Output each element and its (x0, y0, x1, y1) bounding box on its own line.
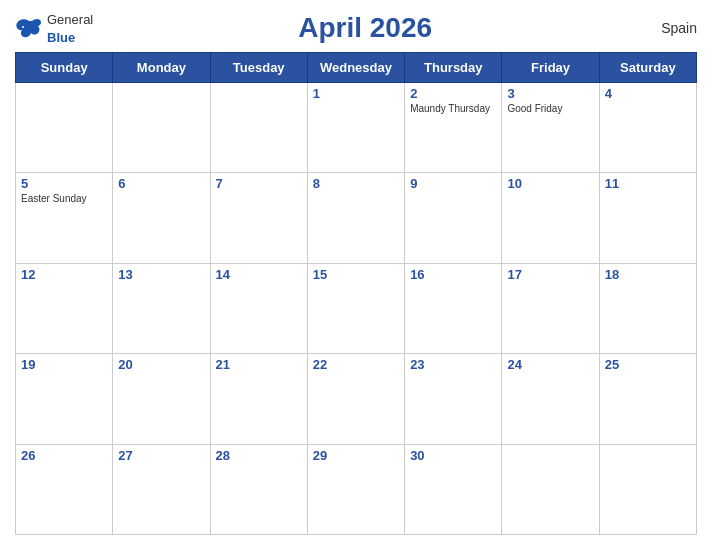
logo-blue: Blue (47, 30, 75, 45)
day-number: 7 (216, 176, 302, 191)
weekday-header-saturday: Saturday (599, 53, 696, 83)
day-number: 13 (118, 267, 204, 282)
day-number: 12 (21, 267, 107, 282)
weekday-header-thursday: Thursday (405, 53, 502, 83)
day-number: 21 (216, 357, 302, 372)
day-number: 5 (21, 176, 107, 191)
svg-point-0 (22, 26, 24, 28)
calendar-cell: 7 (210, 173, 307, 263)
calendar-cell: 21 (210, 354, 307, 444)
week-row-2: 5Easter Sunday67891011 (16, 173, 697, 263)
logo: General Blue (15, 10, 93, 46)
day-number: 16 (410, 267, 496, 282)
calendar-cell: 4 (599, 83, 696, 173)
calendar-cell: 13 (113, 263, 210, 353)
calendar-cell (599, 444, 696, 534)
calendar-cell: 16 (405, 263, 502, 353)
day-number: 29 (313, 448, 399, 463)
calendar-cell (16, 83, 113, 173)
week-row-3: 12131415161718 (16, 263, 697, 353)
country-label: Spain (637, 20, 697, 36)
calendar-table: SundayMondayTuesdayWednesdayThursdayFrid… (15, 52, 697, 535)
calendar-cell: 6 (113, 173, 210, 263)
calendar-cell: 17 (502, 263, 599, 353)
calendar-cell: 22 (307, 354, 404, 444)
day-number: 17 (507, 267, 593, 282)
logo-bird-icon (15, 17, 43, 39)
logo-text: General Blue (47, 10, 93, 46)
calendar-cell: 2Maundy Thursday (405, 83, 502, 173)
day-number: 30 (410, 448, 496, 463)
calendar-cell (113, 83, 210, 173)
calendar-cell: 9 (405, 173, 502, 263)
holiday-label: Good Friday (507, 103, 593, 114)
calendar-cell: 18 (599, 263, 696, 353)
calendar-cell: 3Good Friday (502, 83, 599, 173)
week-row-5: 2627282930 (16, 444, 697, 534)
weekday-header-wednesday: Wednesday (307, 53, 404, 83)
day-number: 27 (118, 448, 204, 463)
calendar-header: General Blue April 2026 Spain (15, 10, 697, 46)
calendar-cell: 27 (113, 444, 210, 534)
calendar-cell: 15 (307, 263, 404, 353)
day-number: 10 (507, 176, 593, 191)
day-number: 2 (410, 86, 496, 101)
weekday-header-monday: Monday (113, 53, 210, 83)
day-number: 6 (118, 176, 204, 191)
holiday-label: Easter Sunday (21, 193, 107, 204)
day-number: 3 (507, 86, 593, 101)
calendar-cell: 23 (405, 354, 502, 444)
calendar-title: April 2026 (93, 12, 637, 44)
weekday-header-friday: Friday (502, 53, 599, 83)
calendar-cell: 1 (307, 83, 404, 173)
week-row-4: 19202122232425 (16, 354, 697, 444)
day-number: 8 (313, 176, 399, 191)
calendar-cell: 30 (405, 444, 502, 534)
calendar-cell: 11 (599, 173, 696, 263)
day-number: 25 (605, 357, 691, 372)
calendar-cell: 28 (210, 444, 307, 534)
calendar-cell: 26 (16, 444, 113, 534)
day-number: 18 (605, 267, 691, 282)
calendar-cell: 12 (16, 263, 113, 353)
day-number: 20 (118, 357, 204, 372)
calendar-cell: 24 (502, 354, 599, 444)
calendar-cell: 8 (307, 173, 404, 263)
calendar-cell: 25 (599, 354, 696, 444)
calendar-cell: 10 (502, 173, 599, 263)
calendar-cell: 20 (113, 354, 210, 444)
day-number: 26 (21, 448, 107, 463)
day-number: 24 (507, 357, 593, 372)
day-number: 22 (313, 357, 399, 372)
calendar-cell: 14 (210, 263, 307, 353)
calendar-cell: 5Easter Sunday (16, 173, 113, 263)
logo-general: General (47, 12, 93, 27)
calendar-cell: 29 (307, 444, 404, 534)
holiday-label: Maundy Thursday (410, 103, 496, 114)
day-number: 4 (605, 86, 691, 101)
day-number: 15 (313, 267, 399, 282)
calendar-cell (210, 83, 307, 173)
day-number: 28 (216, 448, 302, 463)
weekday-header-sunday: Sunday (16, 53, 113, 83)
day-number: 23 (410, 357, 496, 372)
weekday-header-row: SundayMondayTuesdayWednesdayThursdayFrid… (16, 53, 697, 83)
week-row-1: 12Maundy Thursday3Good Friday4 (16, 83, 697, 173)
day-number: 19 (21, 357, 107, 372)
weekday-header-tuesday: Tuesday (210, 53, 307, 83)
day-number: 14 (216, 267, 302, 282)
day-number: 1 (313, 86, 399, 101)
day-number: 11 (605, 176, 691, 191)
calendar-cell (502, 444, 599, 534)
day-number: 9 (410, 176, 496, 191)
calendar-cell: 19 (16, 354, 113, 444)
